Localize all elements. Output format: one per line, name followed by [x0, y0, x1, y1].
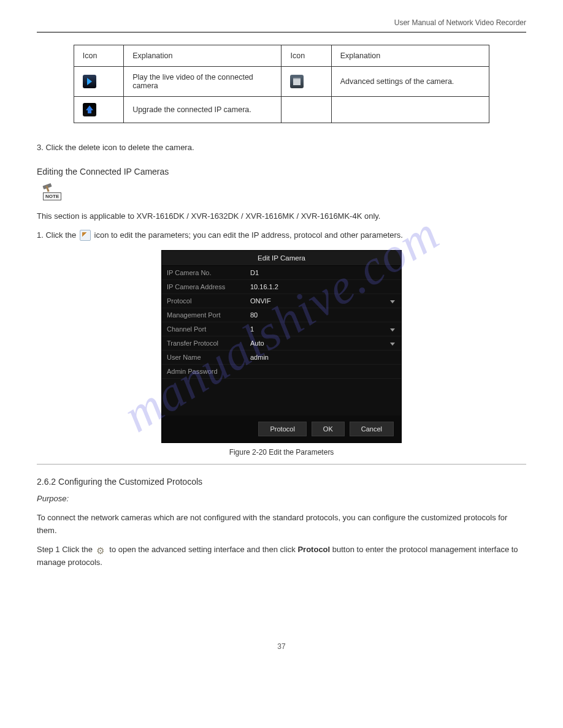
th-icon-2: Icon: [282, 45, 331, 67]
row-transfer-protocol: Transfer Protocol Auto: [162, 336, 401, 351]
header-rule: [37, 32, 526, 32]
cancel-button[interactable]: Cancel: [350, 422, 394, 436]
value-camera-address[interactable]: 10.16.1.2: [245, 280, 401, 294]
custom-step-1-prefix: Step 1 Click the: [37, 545, 95, 554]
row-channel-port: Channel Port 1: [162, 322, 401, 336]
value-mgmt-port[interactable]: 80: [245, 308, 401, 322]
label-camera-address: IP Camera Address: [162, 280, 245, 294]
label-transfer-protocol: Transfer Protocol: [162, 336, 245, 350]
cell-upgrade-desc: Upgrade the connected IP camera.: [124, 97, 282, 123]
value-admin-password[interactable]: [245, 365, 401, 378]
gear-icon: [96, 545, 106, 555]
advanced-settings-icon: [290, 75, 304, 88]
edit-ip-camera-dialog: Edit IP Camera IP Camera No. D1 IP Camer…: [161, 250, 402, 443]
custom-step-1-bold: Protocol: [297, 545, 330, 554]
value-protocol[interactable]: ONVIF: [245, 294, 401, 308]
edit-pencil-icon: [80, 230, 91, 241]
row-admin-password: Admin Password: [162, 365, 401, 379]
purpose-label: Purpose:: [37, 494, 69, 503]
th-explanation-1: Explanation: [124, 45, 282, 67]
dialog-buttons: Protocol OK Cancel: [162, 415, 401, 442]
custom-step-1: Step 1 Click the to open the advanced se…: [37, 544, 526, 569]
row-camera-no: IP Camera No. D1: [162, 266, 401, 280]
label-camera-no: IP Camera No.: [162, 266, 245, 279]
play-icon: [83, 75, 96, 88]
section-edit-title: Editing the Connected IP Cameras: [37, 167, 526, 176]
row-camera-address: IP Camera Address 10.16.1.2: [162, 280, 401, 294]
row-user-name: User Name admin: [162, 351, 401, 365]
custom-step-1-mid: to open the advanced setting interface a…: [109, 545, 297, 554]
th-explanation-2: Explanation: [331, 45, 489, 67]
value-camera-no[interactable]: D1: [245, 266, 401, 279]
th-icon-1: Icon: [74, 45, 123, 67]
upgrade-icon: [83, 103, 96, 116]
cell-play-desc: Play the live video of the connected cam…: [124, 67, 282, 97]
ok-button[interactable]: OK: [312, 422, 345, 436]
label-channel-port: Channel Port: [162, 322, 245, 336]
table-row: Play the live video of the connected cam…: [74, 67, 489, 97]
note-icon: NOTE: [43, 188, 61, 202]
label-mgmt-port: Management Port: [162, 308, 245, 322]
protocol-button[interactable]: Protocol: [258, 422, 306, 436]
step-3: 3. Click the delete icon to delete the c…: [37, 142, 526, 154]
icon-explanation-table: Icon Explanation Icon Explanation Play t…: [74, 45, 489, 123]
label-admin-password: Admin Password: [162, 365, 245, 378]
value-user-name[interactable]: admin: [245, 351, 401, 364]
label-user-name: User Name: [162, 351, 245, 364]
cell-empty: [331, 97, 489, 123]
cell-adv-desc: Advanced settings of the camera.: [331, 67, 489, 97]
row-mgmt-port: Management Port 80: [162, 308, 401, 322]
table-row: Upgrade the connected IP camera.: [74, 97, 489, 123]
row-protocol: Protocol ONVIF: [162, 294, 401, 308]
section-custom-heading: 2.6.2 Configuring the Customized Protoco…: [37, 477, 526, 487]
note-block: NOTE: [43, 188, 526, 204]
value-transfer-protocol[interactable]: Auto: [245, 336, 401, 350]
edit-step-1-prefix: 1. Click the: [37, 230, 79, 240]
page-number: 37: [37, 642, 526, 651]
dialog-title: Edit IP Camera: [162, 251, 401, 266]
figure-caption: Figure 2-20 Edit the Parameters: [37, 448, 526, 457]
edit-step-1-suffix: icon to edit the parameters; you can edi…: [94, 230, 403, 240]
value-channel-port[interactable]: 1: [245, 322, 401, 336]
header-title: User Manual of Network Video Recorder: [37, 18, 526, 27]
label-protocol: Protocol: [162, 294, 245, 308]
purpose-text: To connect the network cameras which are…: [37, 512, 526, 537]
section-divider: [37, 464, 526, 464]
note-text: This section is applicable to XVR-1616DK…: [37, 210, 526, 223]
figure-edit-ip-camera: Edit IP Camera IP Camera No. D1 IP Camer…: [37, 250, 526, 457]
edit-step-1: 1. Click the icon to edit the parameters…: [37, 229, 526, 242]
